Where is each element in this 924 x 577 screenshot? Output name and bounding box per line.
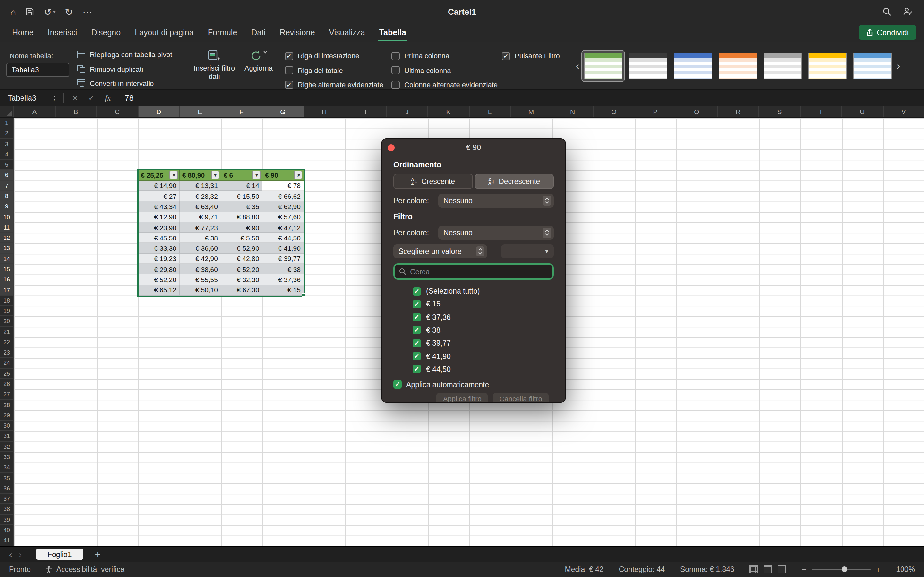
user-edit-icon[interactable]: [903, 7, 913, 16]
table-cell[interactable]: € 52,20: [221, 264, 262, 275]
gallery-prev-button[interactable]: ‹: [573, 60, 582, 72]
share-button[interactable]: Condividi: [858, 25, 916, 40]
tab-home[interactable]: Home: [5, 26, 41, 40]
sheet-next-icon[interactable]: ›: [19, 550, 22, 559]
table-cell[interactable]: € 14: [221, 181, 262, 191]
table-cell[interactable]: € 33,30: [138, 243, 180, 254]
zoom-out-button[interactable]: −: [802, 564, 806, 574]
table-cell[interactable]: € 65,12: [138, 285, 180, 295]
table-cell[interactable]: € 63,40: [180, 201, 221, 212]
table-name-input[interactable]: [6, 63, 69, 77]
row-header-21[interactable]: 21: [0, 327, 14, 337]
filter-list-item[interactable]: ✓(Seleziona tutto): [413, 285, 554, 298]
row-header-11[interactable]: 11: [0, 222, 14, 233]
tab-disegno[interactable]: Disegno: [84, 26, 128, 40]
ribbon-option[interactable]: ✓Pulsante Filtro: [502, 49, 560, 63]
table-cell[interactable]: € 37,36: [262, 275, 304, 285]
zoom-slider[interactable]: [812, 569, 871, 570]
table-cell[interactable]: € 43,34: [138, 201, 180, 212]
row-header-20[interactable]: 20: [0, 316, 14, 327]
column-header-G[interactable]: G: [262, 106, 304, 117]
column-header-A[interactable]: A: [14, 106, 55, 117]
search-icon[interactable]: [882, 7, 891, 16]
filter-list-item[interactable]: ✓€ 41,90: [413, 350, 554, 363]
undo-icon[interactable]: ↺▾: [44, 7, 55, 16]
row-header-36[interactable]: 36: [0, 484, 14, 494]
column-header-J[interactable]: J: [387, 106, 428, 117]
row-header-18[interactable]: 18: [0, 295, 14, 306]
filter-list-item[interactable]: ✓€ 15: [413, 298, 554, 311]
row-header-32[interactable]: 32: [0, 442, 14, 452]
row-header-40[interactable]: 40: [0, 525, 14, 536]
column-header-U[interactable]: U: [842, 106, 883, 117]
table-cell[interactable]: € 13,31: [180, 181, 221, 191]
tab-layout-di-pagina[interactable]: Layout di pagina: [128, 26, 201, 40]
table-cell[interactable]: € 50,10: [180, 285, 221, 295]
table-cell[interactable]: € 62,90: [262, 201, 304, 212]
row-header-17[interactable]: 17: [0, 285, 14, 295]
table-cell[interactable]: € 23,90: [138, 222, 180, 233]
table-style-yellow[interactable]: [806, 51, 849, 81]
table-cell[interactable]: € 52,90: [221, 243, 262, 254]
column-header-N[interactable]: N: [552, 106, 594, 117]
table-style-orange[interactable]: [717, 51, 759, 81]
table-cell[interactable]: € 44,50: [262, 233, 304, 243]
table-cell[interactable]: € 38: [262, 264, 304, 275]
row-header-2[interactable]: 2: [0, 129, 14, 139]
ribbon-option[interactable]: ✓Righe alternate evidenziate: [285, 77, 383, 92]
row-header-8[interactable]: 8: [0, 191, 14, 201]
row-header-33[interactable]: 33: [0, 452, 14, 463]
table-cell[interactable]: € 38: [180, 233, 221, 243]
tab-inserisci[interactable]: Inserisci: [41, 26, 84, 40]
row-header-37[interactable]: 37: [0, 494, 14, 504]
table-cell[interactable]: € 19,23: [138, 253, 180, 264]
column-header-H[interactable]: H: [304, 106, 345, 117]
table-cell[interactable]: € 55,55: [180, 275, 221, 285]
row-header-41[interactable]: 41: [0, 536, 14, 546]
row-header-34[interactable]: 34: [0, 463, 14, 473]
column-header-R[interactable]: R: [718, 106, 759, 117]
summarize-pivot-button[interactable]: Riepiloga con tabella pivot: [77, 47, 172, 62]
row-header-30[interactable]: 30: [0, 421, 14, 431]
filter-dropdown-button[interactable]: ▾: [211, 171, 219, 179]
row-header-27[interactable]: 27: [0, 390, 14, 400]
table-cell[interactable]: € 57,60: [262, 212, 304, 222]
table-cell[interactable]: € 45,50: [138, 233, 180, 243]
table-cell[interactable]: € 12,90: [138, 212, 180, 222]
home-icon[interactable]: ⌂: [10, 7, 16, 16]
row-header-7[interactable]: 7: [0, 181, 14, 191]
fill-handle[interactable]: [301, 293, 305, 297]
clear-filter-button[interactable]: Cancella filtro: [493, 393, 549, 403]
table-cell[interactable]: € 38,60: [180, 264, 221, 275]
table-cell[interactable]: € 36,60: [180, 243, 221, 254]
table-style-gray[interactable]: [762, 51, 804, 81]
convert-to-range-button[interactable]: Converti in intervallo: [77, 76, 172, 91]
table-cell[interactable]: € 15: [262, 285, 304, 295]
table-cell[interactable]: € 41,90: [262, 243, 304, 254]
column-header-O[interactable]: O: [594, 106, 635, 117]
table-cell[interactable]: € 32,30: [221, 275, 262, 285]
search-input[interactable]: [410, 268, 548, 276]
table-cell[interactable]: € 67,30: [221, 285, 262, 295]
table-style-green[interactable]: [582, 51, 624, 81]
name-box-stepper-icon[interactable]: ▴▾: [53, 95, 55, 101]
tab-dati[interactable]: Dati: [244, 26, 272, 40]
row-header-3[interactable]: 3: [0, 139, 14, 149]
table-cell[interactable]: € 29,80: [138, 264, 180, 275]
table-cell[interactable]: € 42,90: [180, 253, 221, 264]
table-cell[interactable]: € 77,23: [180, 222, 221, 233]
row-header-31[interactable]: 31: [0, 431, 14, 442]
gallery-next-button[interactable]: ›: [894, 60, 903, 72]
name-box[interactable]: Tabella3 ▴▾: [0, 93, 59, 102]
column-header-F[interactable]: F: [221, 106, 262, 117]
column-header-D[interactable]: D: [138, 106, 180, 117]
table-cell[interactable]: € 27: [138, 191, 180, 201]
ribbon-option[interactable]: Ultima colonna: [391, 63, 498, 77]
row-header-22[interactable]: 22: [0, 337, 14, 348]
zoom-slider-thumb[interactable]: [841, 566, 847, 572]
insert-slicer-button[interactable]: Inserisci filtro dati: [192, 50, 236, 81]
column-header-C[interactable]: C: [97, 106, 138, 117]
table-cell[interactable]: € 88,80: [221, 212, 262, 222]
column-header-Q[interactable]: Q: [676, 106, 718, 117]
ribbon-option[interactable]: ✓Riga di intestazione: [285, 49, 383, 63]
